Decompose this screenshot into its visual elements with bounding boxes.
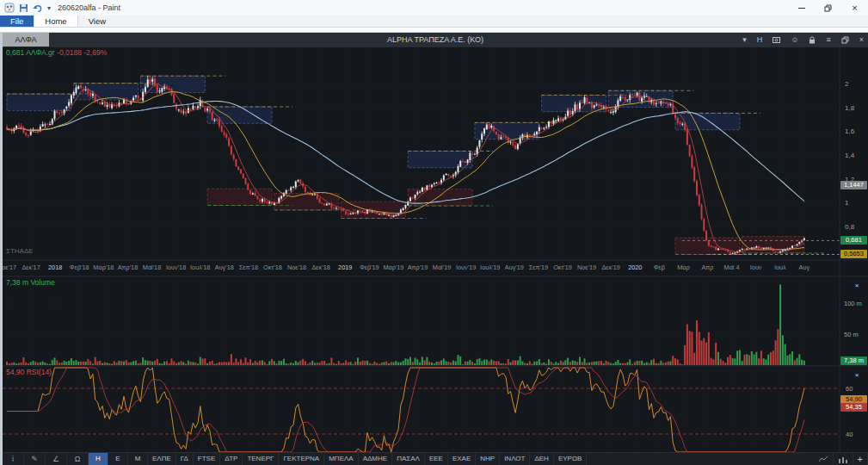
price-tick-label: 1,4 bbox=[845, 152, 855, 159]
line-chart-style-icon[interactable] bbox=[814, 453, 834, 465]
volume-close-icon[interactable]: × bbox=[853, 282, 861, 289]
axis-badge: 0,681 bbox=[840, 236, 867, 245]
timeframe-day[interactable]: Η bbox=[89, 453, 108, 465]
measure-angle-icon[interactable]: ∠ bbox=[46, 453, 67, 465]
toolbar-spacer bbox=[587, 453, 813, 465]
ticker-item[interactable]: ΕΧΑΕ bbox=[448, 453, 476, 465]
candles-layer bbox=[6, 76, 805, 254]
draw-pencil-icon[interactable]: ✎ bbox=[24, 453, 46, 465]
ticker-item[interactable]: ΓΔ bbox=[176, 453, 194, 465]
x-axis-label: 2020 bbox=[628, 264, 642, 271]
x-axis-label: Νοε'17 bbox=[3, 264, 16, 271]
save-icon[interactable] bbox=[19, 3, 28, 13]
axis-badge: 0,5653 bbox=[840, 250, 867, 258]
tab-home[interactable]: Home bbox=[34, 16, 77, 27]
minimize-button[interactable] bbox=[788, 0, 815, 16]
axis-badge: 1,1447 bbox=[840, 181, 867, 189]
x-axis-label: Μαρ'19 bbox=[383, 264, 403, 271]
qat-dropdown-caret[interactable]: ▾ bbox=[47, 4, 51, 12]
x-axis-label: Ιουν'19 bbox=[456, 264, 476, 271]
chevron-down-icon[interactable]: ▾ bbox=[742, 35, 747, 44]
x-axis-label: Δεκ'17 bbox=[22, 264, 40, 271]
lock-icon[interactable] bbox=[809, 36, 816, 44]
bar-chart-style-icon[interactable] bbox=[834, 453, 853, 465]
ticker-item[interactable]: ΕΕΕ bbox=[425, 453, 448, 465]
close-button[interactable]: × bbox=[841, 0, 868, 16]
timeframe-week[interactable]: Ε bbox=[108, 453, 128, 465]
info-icon[interactable]: i bbox=[3, 453, 24, 465]
volume-layer bbox=[6, 284, 805, 365]
restore-button[interactable] bbox=[815, 0, 841, 16]
paint-app-icon bbox=[4, 3, 15, 13]
tab-view[interactable]: View bbox=[78, 16, 116, 27]
undo-icon[interactable] bbox=[33, 3, 43, 13]
add-panel-button[interactable]: + bbox=[853, 453, 868, 465]
ticker-item[interactable]: ΕΥΡΩΒ bbox=[554, 453, 587, 465]
x-axis-label: 2019 bbox=[338, 264, 352, 271]
platform-watermark: ΣΤΗΑΔΕ bbox=[6, 247, 34, 255]
axis-badge: 54,35 bbox=[840, 403, 867, 412]
x-axis-label: Ιουν bbox=[750, 264, 762, 271]
x-axis-label: Νοε'18 bbox=[287, 264, 306, 271]
chart-surface[interactable]: 21,81,61,41,210,8Νοε'17Δεκ'172018Φεβ'18Μ… bbox=[3, 33, 868, 465]
ticker-shortcuts: ΕΛΠΕΓΔFTSEΔΤΡΤΕΝΕΡΓΓΕΚΤΕΡΝΑΜΠΕΛΑΑΔΜΗΕΠΑΣ… bbox=[148, 453, 587, 465]
timeframe-month[interactable]: Μ bbox=[128, 453, 148, 465]
ticker-item[interactable]: FTSE bbox=[194, 453, 220, 465]
rsi-tick-label: 60 bbox=[846, 385, 853, 393]
x-axis-label: Μαϊ 4 bbox=[724, 264, 740, 271]
x-axis-label: Δεκ'18 bbox=[311, 264, 329, 271]
ticker-item[interactable]: ΜΠΕΛΑ bbox=[324, 453, 358, 465]
close-chart-icon[interactable]: × bbox=[859, 35, 864, 44]
x-axis-label: Μαϊ'19 bbox=[433, 264, 451, 271]
volume-tick-label: 50 m bbox=[844, 331, 859, 338]
paint-ribbon-tabs: File Home View bbox=[0, 16, 868, 28]
chart-bottom-toolbar: i ✎ ∠ Ω Η Ε Μ ΕΛΠΕΓΔFTSEΔΤΡΤΕΝΕΡΓΓΕΚΤΕΡΝ… bbox=[3, 452, 868, 465]
ticker-item[interactable]: ΙΝΛΟΤ bbox=[500, 453, 530, 465]
paint-window-title: 260620alfa - Paint bbox=[58, 3, 120, 12]
restore-pane-icon[interactable] bbox=[841, 36, 849, 44]
chart-title: ALPHA ΤΡΑΠΕΖΑ Α.Ε. (ΚΟ) bbox=[3, 35, 868, 44]
omega-icon[interactable]: Ω bbox=[67, 453, 89, 465]
x-axis-label: Φεβ bbox=[654, 264, 665, 271]
x-axis-label: Δεκ'19 bbox=[602, 264, 620, 271]
rsi-close-icon[interactable]: × bbox=[853, 371, 861, 379]
price-tick-label: 2 bbox=[845, 80, 849, 88]
ticker-item[interactable]: ΝΗΡ bbox=[476, 453, 500, 465]
x-axis-labels: Νοε'17Δεκ'172018Φεβ'18Μαρ'18Απρ'18Μαϊ'18… bbox=[3, 264, 810, 271]
ticker-item[interactable]: ΔΕΗ bbox=[530, 453, 553, 465]
price-legend: 0,681 ΑΛΦΑ.gr -0,0188 -2,69% bbox=[6, 48, 107, 57]
volume-tick-label: 100 m bbox=[844, 300, 862, 307]
rsi-tick-label: 40 bbox=[846, 431, 853, 438]
ticker-item[interactable]: ΑΔΜΗΕ bbox=[359, 453, 392, 465]
x-axis-label: Απρ'19 bbox=[408, 264, 428, 271]
x-axis-label: Οκτ'18 bbox=[263, 264, 282, 271]
rsi-label: 54,90 RSI(14) bbox=[6, 368, 52, 376]
price-tick-label: 1,8 bbox=[845, 104, 855, 112]
ticker-item[interactable]: ΠΑΣΑΛ bbox=[392, 453, 425, 465]
legend-change: -0,0188 bbox=[57, 48, 82, 57]
x-axis-label: 2018 bbox=[48, 264, 62, 271]
ticker-item[interactable]: ΔΤΡ bbox=[220, 453, 243, 465]
symbol-tab[interactable]: ΑΛΦΑ bbox=[3, 33, 49, 46]
x-axis-label: Μαϊ'18 bbox=[143, 264, 161, 271]
x-axis-label: Σεπ'18 bbox=[239, 264, 258, 271]
legend-change-pct: -2,69% bbox=[83, 48, 107, 57]
x-axis-label: Φεβ'19 bbox=[360, 264, 379, 271]
interval-indicator[interactable]: H bbox=[757, 35, 763, 44]
rsi-layer bbox=[7, 368, 804, 452]
legend-price: 0,681 bbox=[6, 48, 24, 57]
axis-badge: 7,38 m bbox=[840, 356, 867, 365]
x-axis-label: Ιουλ'19 bbox=[480, 264, 500, 271]
ideas-smiley-icon[interactable]: ☺ bbox=[791, 35, 798, 44]
ticker-item[interactable]: ΓΕΚΤΕΡΝΑ bbox=[279, 453, 324, 465]
paint-window: ▾ 260620alfa - Paint × File Home View 21… bbox=[0, 0, 868, 465]
box-overlays bbox=[7, 76, 825, 254]
ticker-item[interactable]: ΤΕΝΕΡΓ bbox=[243, 453, 279, 465]
moving-averages-layer bbox=[7, 84, 804, 252]
tab-file[interactable]: File bbox=[0, 16, 34, 27]
snapshot-icon[interactable] bbox=[773, 36, 780, 43]
x-axis-label: Νοε'19 bbox=[577, 264, 596, 271]
x-axis-label: Αυγ'19 bbox=[505, 264, 524, 271]
menu-icon[interactable]: ≡ bbox=[826, 35, 830, 44]
ticker-item[interactable]: ΕΛΠΕ bbox=[148, 453, 176, 465]
